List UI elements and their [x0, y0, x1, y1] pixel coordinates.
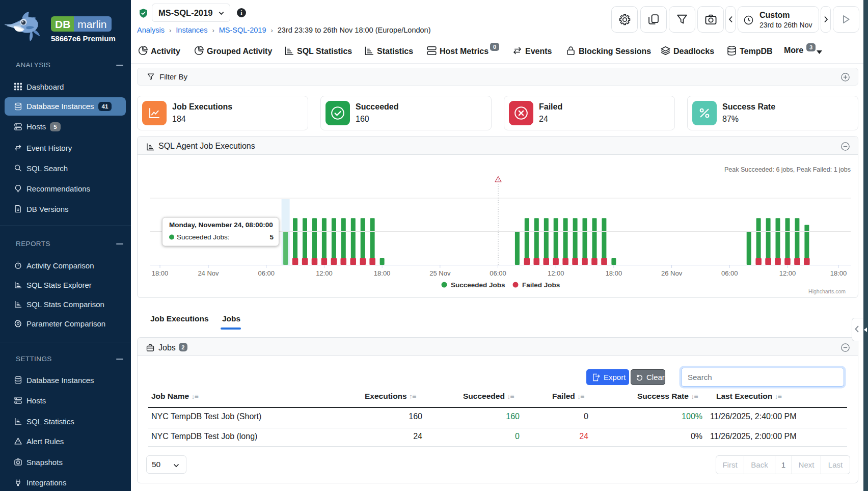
svg-text:Failed Jobs: Failed Jobs: [522, 281, 560, 289]
svg-text:Peak Succeeded: 6 jobs, Peak F: Peak Succeeded: 6 jobs, Peak Failed: 1 j…: [724, 166, 851, 173]
svg-text:12:00: 12:00: [316, 269, 333, 277]
svg-text:18:00: 18:00: [830, 269, 847, 277]
svg-text:18:00: 18:00: [152, 269, 169, 277]
svg-text:18:00: 18:00: [374, 269, 391, 277]
svg-text:12:00: 12:00: [548, 269, 564, 277]
svg-text:12:00: 12:00: [779, 269, 796, 277]
svg-text:06:00: 06:00: [490, 269, 506, 277]
svg-text:06:00: 06:00: [258, 269, 275, 277]
svg-text:Succeeded Jobs:: Succeeded Jobs:: [177, 233, 230, 241]
svg-text:25 Nov: 25 Nov: [429, 269, 451, 277]
svg-text:24 Nov: 24 Nov: [198, 269, 219, 277]
svg-text:5: 5: [269, 233, 274, 241]
svg-text:18:00: 18:00: [606, 269, 622, 277]
svg-text:26 Nov: 26 Nov: [661, 269, 683, 277]
svg-text:Monday, November 24, 08:00:00: Monday, November 24, 08:00:00: [169, 221, 273, 229]
svg-text:Highcharts.com: Highcharts.com: [808, 288, 846, 294]
svg-text:Succeeded Jobs: Succeeded Jobs: [451, 281, 505, 289]
svg-text:!: !: [498, 178, 499, 182]
svg-text:06:00: 06:00: [721, 269, 738, 277]
